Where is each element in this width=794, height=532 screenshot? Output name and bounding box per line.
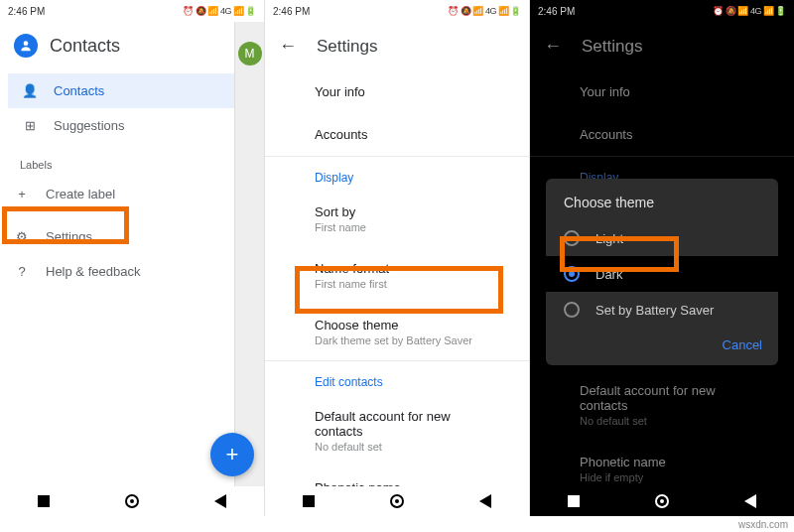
settings-header: ← Settings — [530, 22, 794, 70]
status-time: 2:46 PM — [273, 6, 310, 17]
drawer-help-label: Help & feedback — [46, 264, 140, 279]
settings-header: ← Settings — [265, 22, 529, 70]
person-icon: 👤 — [22, 83, 38, 98]
labels-header: Labels — [0, 147, 264, 177]
theme-battery-label: Set by Battery Saver — [596, 303, 714, 318]
row-your-info[interactable]: Your info — [265, 70, 529, 113]
watermark: wsxdn.com — [738, 519, 788, 530]
nav-home-icon[interactable] — [390, 494, 404, 508]
nav-back-icon[interactable] — [744, 494, 756, 508]
status-bar: 2:46 PM ⏰ 🔕 📶 4G 📶 🔋 — [0, 0, 264, 22]
drawer-settings[interactable]: ⚙ Settings — [0, 219, 264, 254]
radio-icon — [564, 302, 580, 318]
theme-option-dark[interactable]: Dark — [546, 256, 778, 292]
status-icons: ⏰ 🔕 📶 4G 📶 🔋 — [183, 6, 256, 16]
row-choose-theme[interactable]: Choose theme Dark theme set by Battery S… — [265, 304, 529, 360]
phone-2-settings-light: 2:46 PM ⏰ 🔕 📶 4G 📶 🔋 ← Settings Your inf… — [265, 0, 530, 516]
underlying-screen-sliver: M — [234, 22, 264, 486]
status-bar: 2:46 PM ⏰ 🔕 📶 4G 📶 🔋 — [530, 0, 794, 22]
theme-dark-label: Dark — [596, 267, 622, 282]
fab-add-contact[interactable]: + — [210, 433, 254, 476]
nav-recents-icon[interactable] — [303, 495, 315, 507]
drawer-settings-label: Settings — [46, 229, 92, 244]
row-default-account[interactable]: Default account for new contacts No defa… — [265, 395, 529, 466]
status-time: 2:46 PM — [538, 6, 575, 17]
row-accounts[interactable]: Accounts — [265, 113, 529, 156]
status-bar: 2:46 PM ⏰ 🔕 📶 4G 📶 🔋 — [265, 0, 529, 22]
back-arrow-icon[interactable]: ← — [279, 36, 297, 57]
row-sort-by[interactable]: Sort by First name — [265, 191, 529, 247]
nav-back-icon[interactable] — [214, 494, 226, 508]
nav-home-icon[interactable] — [125, 494, 139, 508]
section-display: Display — [265, 157, 529, 191]
dialog-cancel-button[interactable]: Cancel — [723, 337, 762, 352]
nav-contacts[interactable]: 👤 Contacts 3 — [8, 73, 256, 108]
nav-suggestions[interactable]: ⊞ Suggestions — [8, 108, 256, 143]
status-icons: ⏰ 🔕 📶 4G 📶 🔋 — [448, 6, 521, 16]
create-label[interactable]: + Create label — [0, 177, 264, 211]
nav-recents-icon[interactable] — [38, 495, 50, 507]
suggestions-icon: ⊞ — [22, 118, 38, 133]
svg-point-0 — [24, 41, 29, 46]
theme-light-label: Light — [596, 231, 623, 246]
row-your-info: Your info — [530, 70, 794, 113]
radio-icon-checked — [564, 266, 580, 282]
row-name-format[interactable]: Name format First name first — [265, 247, 529, 304]
gear-icon: ⚙ — [14, 229, 30, 244]
contacts-logo-icon — [14, 34, 38, 58]
theme-option-battery[interactable]: Set by Battery Saver — [546, 292, 778, 328]
app-header: Contacts — [0, 22, 264, 69]
row-accounts: Accounts — [530, 113, 794, 156]
android-navbar — [530, 486, 794, 516]
nav-suggestions-label: Suggestions — [54, 118, 125, 133]
choose-theme-dialog: Choose theme Light Dark Set by Battery S… — [546, 179, 778, 365]
phone-1-contacts-drawer: 2:46 PM ⏰ 🔕 📶 4G 📶 🔋 Contacts 👤 Contacts… — [0, 0, 265, 516]
nav-contacts-label: Contacts — [54, 83, 104, 98]
nav-recents-icon[interactable] — [568, 495, 580, 507]
theme-option-light[interactable]: Light — [546, 220, 778, 256]
settings-title: Settings — [317, 37, 377, 57]
phone-3-settings-dark-dialog: 2:46 PM ⏰ 🔕 📶 4G 📶 🔋 ← Settings Your inf… — [530, 0, 794, 516]
status-icons: ⏰ 🔕 📶 4G 📶 🔋 — [713, 6, 786, 16]
section-edit-contacts: Edit contacts — [265, 361, 529, 395]
radio-icon — [564, 230, 580, 246]
plus-icon: + — [14, 187, 30, 201]
settings-title: Settings — [582, 37, 642, 57]
nav-home-icon[interactable] — [655, 494, 669, 508]
android-navbar — [0, 486, 264, 516]
row-default-account: Default account for new contacts No defa… — [530, 369, 794, 441]
help-icon: ? — [14, 264, 30, 279]
dialog-title: Choose theme — [546, 195, 778, 220]
status-time: 2:46 PM — [8, 6, 45, 17]
contact-avatar: M — [238, 42, 262, 66]
create-label-text: Create label — [46, 187, 115, 201]
drawer-help[interactable]: ? Help & feedback — [0, 254, 264, 289]
nav-back-icon[interactable] — [479, 494, 491, 508]
back-arrow-icon[interactable]: ← — [544, 36, 562, 57]
app-title: Contacts — [50, 36, 120, 57]
android-navbar — [265, 486, 529, 516]
